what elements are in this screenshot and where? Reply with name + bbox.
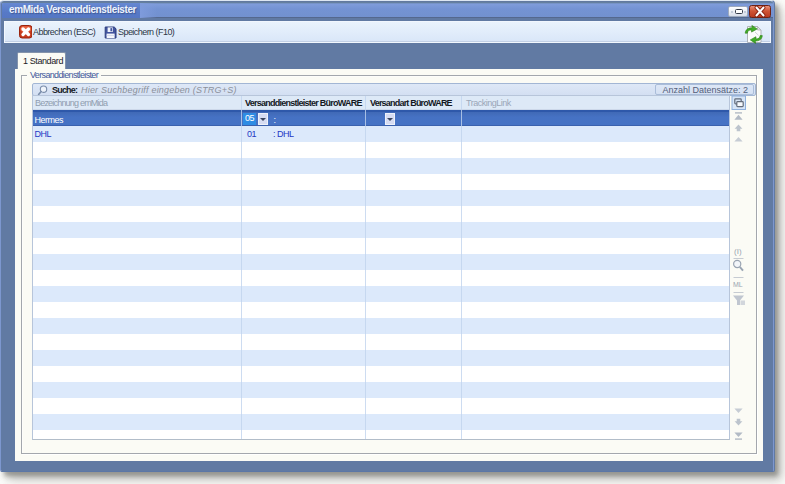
svg-text:ML: ML [733,281,743,288]
svg-text:(I): (I) [734,247,742,256]
